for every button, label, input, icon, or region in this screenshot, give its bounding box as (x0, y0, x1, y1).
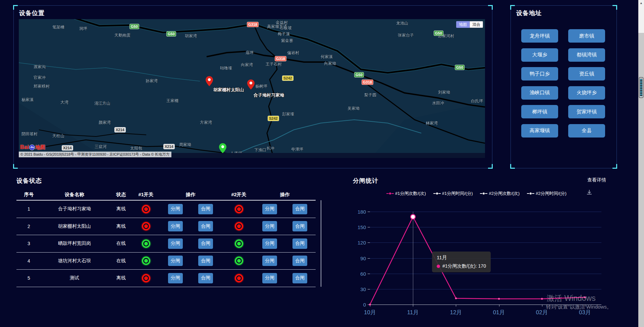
x-axis-label: 12月 (444, 309, 468, 316)
map-marker-label: 合子坳村习家坳 (254, 92, 284, 98)
corner-decoration (510, 164, 515, 169)
map-marker-pin[interactable] (247, 79, 255, 90)
address-button-2[interactable]: 磨市镇 (568, 29, 605, 43)
address-button-4[interactable]: 都镇湾镇 (568, 48, 605, 62)
map-place-label: 渡家沟 (34, 64, 46, 70)
corner-decoration (13, 5, 18, 10)
close-switch1-button[interactable]: 合闸 (198, 273, 213, 283)
open-switch2-button[interactable]: 分闸 (262, 273, 277, 283)
switch1-indicator (142, 222, 150, 230)
col-header-no: 序号 (16, 192, 41, 198)
panel-title-device-address: 设备地址 (516, 9, 542, 17)
corner-decoration (612, 164, 617, 169)
open-switch1-button[interactable]: 分闸 (168, 204, 183, 214)
page-scrollbar[interactable]: ▲ (638, 0, 644, 327)
road-shield-g318: G318 (362, 79, 373, 85)
x-axis-label: 01月 (487, 309, 511, 316)
op2-cell: 分闸合闸 (254, 221, 316, 231)
address-button-12[interactable]: 全县 (568, 124, 605, 138)
open-switch2-button[interactable]: 分闸 (262, 204, 277, 214)
open-switch2-button[interactable]: 分闸 (262, 256, 277, 266)
legend-item-1[interactable]: #1分闸次数/(次) (386, 190, 426, 197)
close-switch1-button[interactable]: 合闸 (198, 221, 213, 231)
map-place-label: 石板坡 (280, 25, 292, 31)
close-switch2-button[interactable]: 合闸 (292, 204, 307, 214)
switch2-cell (224, 239, 254, 248)
switch1-indicator (142, 274, 150, 282)
open-switch1-button[interactable]: 分闸 (168, 256, 183, 266)
address-button-7[interactable]: 渔峡口镇 (521, 86, 558, 100)
legend-marker-icon (433, 193, 441, 195)
baidu-map[interactable]: 笔架槽洞坪天鹅抱蛋胡家湾高家堰互通梅子溪紫金寨张家台子彭家河村龙池山金益村石板坡… (19, 19, 485, 158)
address-button-3[interactable]: 大堰乡 (521, 48, 558, 62)
corner-decoration (13, 164, 18, 169)
device-name: 胡家棚村太阳山 (41, 223, 108, 229)
close-switch1-button[interactable]: 合闸 (198, 238, 213, 249)
x-axis-tick (413, 305, 413, 307)
map-place-label: 王子石村 (266, 61, 282, 67)
map-place-label: 梅子溪 (278, 31, 290, 37)
switch1-cell (135, 205, 157, 213)
legend-label: #1分闸时间/(分) (442, 190, 473, 197)
address-button-5[interactable]: 鸭子口乡 (521, 67, 558, 80)
map-place-label: 张家台子 (398, 33, 414, 38)
scrollbar-thumb[interactable] (639, 77, 643, 98)
close-switch2-button[interactable]: 合闸 (292, 238, 307, 249)
map-type-control: 地图 混合 (456, 21, 483, 28)
view-details-link[interactable]: 查看详情 (587, 177, 606, 183)
map-place-label: 郑家榜村 (34, 84, 50, 89)
chart-gridline (370, 227, 601, 227)
download-icon[interactable] (586, 189, 592, 197)
device-name: 晒鼓坪村荒田岗 (41, 240, 108, 247)
table-scrollbar[interactable] (321, 200, 321, 287)
close-switch1-button[interactable]: 合闸 (198, 204, 213, 214)
map-place-label: 金益村 (276, 20, 288, 25)
legend-item-3[interactable]: #2分闸次数/(次) (480, 190, 520, 197)
close-switch2-button[interactable]: 合闸 (292, 273, 307, 283)
op2-cell: 分闸合闸 (254, 273, 316, 283)
map-place-label: 林家湾 (426, 120, 438, 126)
corner-decoration (488, 5, 493, 10)
map-type-button-map[interactable]: 地图 (456, 21, 470, 28)
col-header-op1: 操作 (157, 192, 224, 198)
address-button-1[interactable]: 龙舟坪镇 (521, 29, 558, 43)
status-text: 离线 (108, 223, 135, 229)
legend-item-2[interactable]: #1分闸时间/(分) (433, 190, 473, 197)
y-axis-tick (368, 242, 370, 243)
map-marker-pin[interactable] (206, 76, 213, 86)
close-switch2-button[interactable]: 合闸 (292, 256, 307, 266)
switch2-indicator (235, 222, 243, 230)
address-button-10[interactable]: 贺家坪镇 (568, 105, 605, 118)
close-switch1-button[interactable]: 合闸 (198, 256, 213, 266)
legend-item-4[interactable]: #2分闸时间/(分) (527, 190, 567, 197)
device-name: 合子坳村习家坳 (41, 206, 108, 212)
switch2-indicator (235, 257, 243, 265)
address-button-8[interactable]: 火烧坪乡 (568, 86, 605, 100)
y-axis-label: 180 (355, 209, 366, 215)
x-axis-tick (370, 305, 370, 307)
table-row: 4塘坊河村大石坝在线分闸合闸分闸合闸 (16, 253, 316, 270)
row-no: 5 (16, 275, 41, 281)
scrollbar-up-arrow-icon[interactable]: ▲ (638, 1, 644, 5)
y-axis-label: 90 (355, 256, 366, 261)
col-header-name: 设备名称 (41, 192, 108, 198)
y-axis-label: 150 (355, 224, 366, 230)
map-place-label: 彭家垭 (282, 111, 294, 117)
map-marker-pin[interactable] (219, 143, 226, 153)
switch1-cell (135, 274, 157, 282)
close-switch2-button[interactable]: 合闸 (292, 221, 307, 231)
x-axis-label: 10月 (358, 309, 382, 316)
address-button-9[interactable]: 榔坪镇 (521, 105, 558, 118)
map-type-button-hybrid[interactable]: 混合 (470, 21, 483, 28)
address-button-11[interactable]: 高家堰镇 (521, 124, 558, 138)
map-place-label: 洞坪 (79, 26, 87, 32)
open-switch2-button[interactable]: 分闸 (262, 238, 277, 249)
open-switch2-button[interactable]: 分闸 (262, 221, 277, 231)
table-row: 3晒鼓坪村荒田岗在线分闸合闸分闸合闸 (16, 235, 316, 253)
corner-decoration (488, 164, 493, 169)
map-copyright: © 2021 Baidu - GS(2019)5218号 - 甲测资字11009… (19, 152, 171, 157)
open-switch1-button[interactable]: 分闸 (168, 273, 183, 283)
address-button-6[interactable]: 资丘镇 (568, 67, 605, 80)
open-switch1-button[interactable]: 分闸 (168, 238, 183, 249)
open-switch1-button[interactable]: 分闸 (168, 221, 183, 231)
